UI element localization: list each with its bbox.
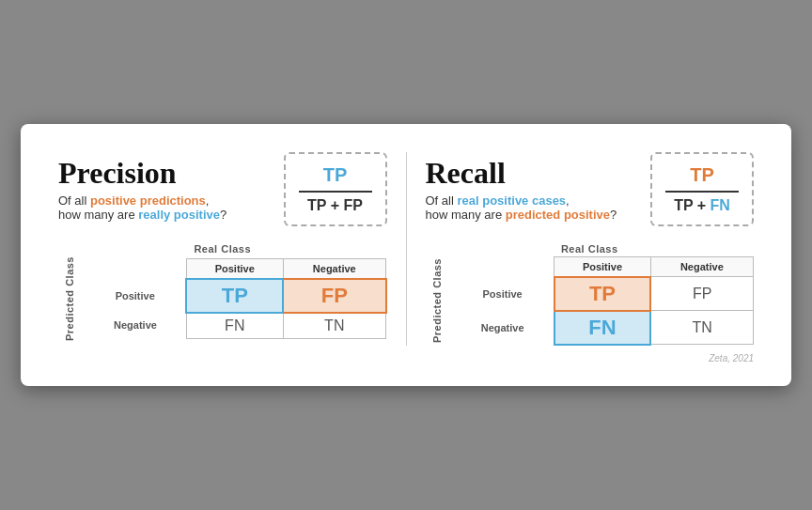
precision-cell-fn: FN: [186, 313, 283, 339]
precision-subtitle: Of all positive predictions, how many ar…: [58, 193, 226, 222]
precision-col-positive: Positive: [186, 258, 283, 279]
recall-row-positive-label: Positive: [452, 277, 554, 311]
recall-row-positive: Positive TP FP: [452, 277, 754, 311]
recall-col-positive: Positive: [554, 256, 650, 277]
recall-section: Recall Of all real positive cases, how m…: [426, 152, 755, 345]
recall-row-negative-label: Negative: [452, 311, 554, 345]
precision-row-positive: Positive TP FP: [85, 279, 386, 313]
recall-highlight1: real positive cases: [457, 193, 566, 208]
content-row: Precision Of all positive predictions, h…: [58, 152, 754, 345]
recall-title-block: Recall Of all real positive cases, how m…: [426, 157, 617, 222]
precision-highlight1: positive predictions: [90, 193, 206, 208]
precision-title-block: Precision Of all positive predictions, h…: [58, 157, 226, 222]
recall-col-negative: Negative: [650, 256, 753, 277]
recall-formula: TP TP + FN: [650, 152, 754, 225]
recall-title: Recall: [426, 157, 617, 190]
precision-highlight2: really positive: [138, 208, 220, 222]
recall-table: Positive Negative Positive TP FP N: [452, 256, 755, 346]
recall-cell-tn: TN: [650, 311, 753, 345]
precision-col-negative: Negative: [283, 258, 385, 279]
precision-title: Precision: [58, 157, 226, 190]
watermark: Zeta, 2021: [58, 353, 754, 363]
recall-predicted-class-label: Predicted Class: [431, 258, 443, 343]
precision-title-row: Precision Of all positive predictions, h…: [58, 152, 387, 225]
recall-real-class-label: Real Class: [426, 243, 755, 255]
recall-row-negative: Negative FN TN: [452, 311, 754, 345]
precision-predicted-class-label: Predicted Class: [64, 256, 75, 341]
precision-cell-tp: TP: [186, 279, 283, 313]
recall-cell-fp: FP: [650, 277, 753, 311]
precision-row-negative-label: Negative: [85, 313, 186, 339]
precision-real-class-label: Real Class: [58, 243, 387, 255]
recall-title-row: Recall Of all real positive cases, how m…: [426, 152, 755, 225]
precision-formula: TP TP + FP: [284, 152, 387, 225]
recall-formula-numerator: TP: [690, 164, 714, 185]
recall-subtitle: Of all real positive cases, how many are…: [426, 193, 617, 222]
recall-formula-denominator-part1: TP +: [674, 197, 710, 213]
precision-cell-tn: TN: [283, 313, 385, 339]
precision-cell-fp: FP: [283, 279, 385, 313]
precision-section: Precision Of all positive predictions, h…: [58, 152, 387, 340]
recall-matrix: Real Class Predicted Class Positive Nega…: [426, 243, 755, 346]
precision-table: Positive Negative Positive TP FP N: [85, 258, 387, 339]
precision-formula-numerator: TP: [323, 164, 348, 185]
precision-row-positive-label: Positive: [85, 279, 186, 313]
precision-formula-denominator: TP + FP: [307, 197, 363, 213]
recall-cell-fn: FN: [554, 311, 650, 345]
recall-cell-tp: TP: [554, 277, 650, 311]
section-divider: [406, 152, 407, 345]
precision-row-negative: Negative FN TN: [85, 313, 386, 339]
precision-matrix: Real Class Predicted Class Positive Nega…: [58, 243, 387, 341]
slide-container: Precision Of all positive predictions, h…: [21, 124, 791, 385]
recall-highlight2: predicted positive: [506, 208, 610, 222]
recall-formula-fn: FN: [710, 197, 730, 213]
